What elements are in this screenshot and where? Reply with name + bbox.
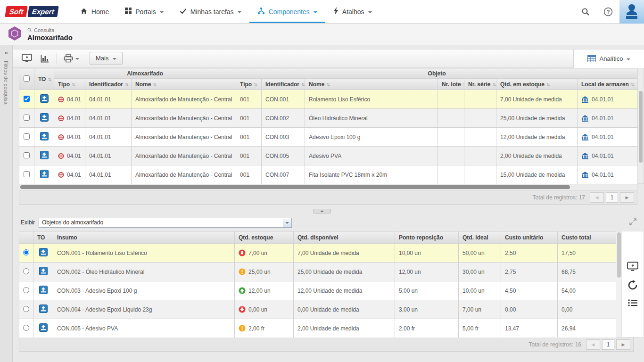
table-row[interactable]: 04.01 04.01.01 Almoxarifado de Manutençã… — [19, 109, 638, 128]
collapse-up-icon — [320, 210, 324, 212]
nav-item-home[interactable]: Home — [72, 0, 117, 23]
col-header-qtd-estoque[interactable]: Qtd. em estoque — [496, 79, 578, 90]
view-mode-dropdown[interactable]: Analítico — [573, 49, 644, 68]
col-header-obj-nome[interactable]: Nome — [305, 79, 438, 90]
col-header-custo-unitario[interactable]: Custo unitário — [501, 231, 558, 244]
to-storage-icon[interactable] — [40, 170, 49, 178]
view-data-button[interactable] — [18, 51, 35, 66]
search-button[interactable] — [574, 0, 597, 24]
next-page-button[interactable]: ▶ — [616, 339, 630, 350]
softexpert-logo[interactable]: Soft Expert — [0, 0, 65, 23]
col-header-insumo[interactable]: Insumo — [53, 231, 235, 244]
prev-page-button[interactable]: ◀ — [586, 339, 600, 350]
refresh-button[interactable] — [627, 280, 638, 291]
chevron-down-icon — [75, 58, 79, 60]
exibir-select[interactable]: Objetos do almoxarifado — [39, 218, 292, 228]
nr-lote — [438, 165, 464, 184]
table-row[interactable]: CON.001 - Rolamento Liso Esférico 7,00 u… — [19, 244, 617, 263]
qtd-em-estoque: 25,00 Unidade de medida — [496, 109, 578, 128]
to-storage-icon[interactable] — [40, 94, 49, 103]
toolbar-separator — [86, 53, 86, 64]
to-storage-icon[interactable] — [40, 113, 49, 122]
to-storage-icon[interactable] — [39, 267, 48, 275]
scrollbar-thumb[interactable] — [20, 185, 570, 189]
col-header-qtd-disponivel[interactable]: Qtd. disponível — [294, 231, 395, 244]
select-all-checkbox[interactable] — [24, 75, 30, 82]
to-storage-icon[interactable] — [39, 323, 48, 332]
table-row[interactable]: 04.01 04.01.01 Almoxarifado de Manutençã… — [19, 90, 638, 109]
list-options-button[interactable] — [628, 299, 638, 307]
col-header-obj-identificador[interactable]: Identificador — [262, 79, 305, 90]
col-header-ponto-reposicao[interactable]: Ponto reposição — [395, 231, 459, 244]
nav-item-portais[interactable]: Portais — [117, 0, 172, 23]
table-row[interactable]: 04.01 04.01.01 Almoxarifado de Manutençã… — [19, 165, 638, 184]
col-header-custo-total[interactable]: Custo total — [558, 231, 617, 244]
row-radio[interactable] — [23, 268, 29, 274]
row-checkbox[interactable] — [24, 96, 30, 102]
row-checkbox[interactable] — [24, 171, 30, 177]
nr-serie — [464, 147, 496, 165]
more-actions-button[interactable]: Mais — [90, 52, 123, 65]
nr-serie — [464, 128, 496, 147]
col-header-alm-tipo[interactable]: Tipo — [54, 79, 85, 90]
table-row[interactable]: CON.003 - Adesivo Epoxi 100 g 12,00 un 1… — [19, 281, 617, 300]
view-record-button[interactable] — [627, 262, 638, 272]
nav-item-minhas-tarefas[interactable]: Minhas tarefas — [172, 0, 249, 23]
col-header-alm-nome[interactable]: Nome — [132, 79, 236, 90]
exibir-select-value: Objetos do almoxarifado — [42, 219, 103, 226]
col-header-nr-serie[interactable]: Nr. série — [464, 79, 496, 90]
col-header-obj-tipo[interactable]: Tipo — [236, 79, 262, 90]
col-header-nr-lote[interactable]: Nr. lote — [438, 79, 464, 90]
col-header-qtd-estoque[interactable]: Qtd. estoque — [235, 231, 294, 244]
nr-serie — [464, 109, 496, 128]
row-radio[interactable] — [23, 306, 29, 312]
prev-page-button[interactable]: ◀ — [590, 192, 604, 203]
obj-nome: Rolamento Liso Esférico — [305, 90, 438, 109]
chart-button[interactable] — [36, 51, 53, 66]
user-avatar[interactable] — [619, 0, 644, 24]
row-checkbox[interactable] — [24, 115, 30, 121]
scrollbar-thumb[interactable] — [617, 232, 621, 278]
storage-location-icon — [581, 152, 589, 160]
print-button[interactable] — [60, 51, 83, 66]
row-radio[interactable] — [23, 325, 29, 331]
table-row[interactable]: CON.004 - Adesivo Epoxi Liquido 23g 0,00… — [19, 300, 617, 319]
col-header-qtd-ideal[interactable]: Qtd. ideal — [459, 231, 501, 244]
col-header-to[interactable]: TO — [33, 231, 53, 244]
col-header-alm-identificador[interactable]: Identificador — [85, 79, 132, 90]
horizontal-scrollbar[interactable] — [19, 184, 637, 190]
row-radio[interactable] — [23, 287, 29, 293]
row-checkbox[interactable] — [24, 133, 30, 140]
nav-item-atalhos[interactable]: Atalhos — [325, 0, 380, 23]
to-storage-icon[interactable] — [39, 304, 48, 313]
table-row[interactable]: 04.01 04.01.01 Almoxarifado de Manutençã… — [19, 147, 638, 165]
table-row[interactable]: 04.01 04.01.01 Almoxarifado de Manutençã… — [19, 128, 638, 147]
custo-total: 26,94 — [558, 319, 617, 338]
filters-panel-label[interactable]: Filtros de pesquisa — [3, 61, 9, 104]
maximize-panel-button[interactable] — [629, 218, 636, 227]
grid-side-toolbar — [616, 231, 644, 337]
col-header-to[interactable]: TO — [34, 68, 54, 90]
table-row[interactable]: CON.005 - Adesivo PVA 2,00 fr 2,00 Unida… — [19, 319, 617, 338]
row-radio[interactable] — [23, 249, 29, 255]
to-storage-icon[interactable] — [40, 132, 49, 140]
vertical-scrollbar[interactable] — [637, 68, 644, 184]
select-arrow-button[interactable] — [283, 219, 291, 227]
qtd-disponivel: 7,00 Unidade de medida — [294, 244, 395, 263]
help-button[interactable]: ? — [597, 0, 619, 24]
col-header-local[interactable]: Local de armazen — [578, 79, 638, 90]
to-storage-icon[interactable] — [39, 248, 48, 256]
search-icon — [581, 8, 590, 16]
splitter-handle[interactable] — [313, 209, 331, 214]
vertical-scrollbar[interactable] — [616, 231, 622, 337]
expand-filters-button[interactable]: » — [0, 45, 12, 58]
scrollbar-thumb[interactable] — [639, 91, 643, 163]
stock-warning-icon — [239, 268, 246, 275]
next-page-button[interactable]: ▶ — [620, 192, 634, 203]
table-row[interactable]: CON.002 - Óleo Hidráulico Mineral 25,00 … — [19, 263, 617, 281]
to-storage-icon[interactable] — [39, 286, 48, 294]
row-checkbox[interactable] — [24, 152, 30, 158]
to-storage-icon[interactable] — [40, 151, 49, 159]
nav-item-componentes[interactable]: Componentes — [249, 0, 325, 23]
grid-toolbar: Mais — [13, 49, 644, 67]
